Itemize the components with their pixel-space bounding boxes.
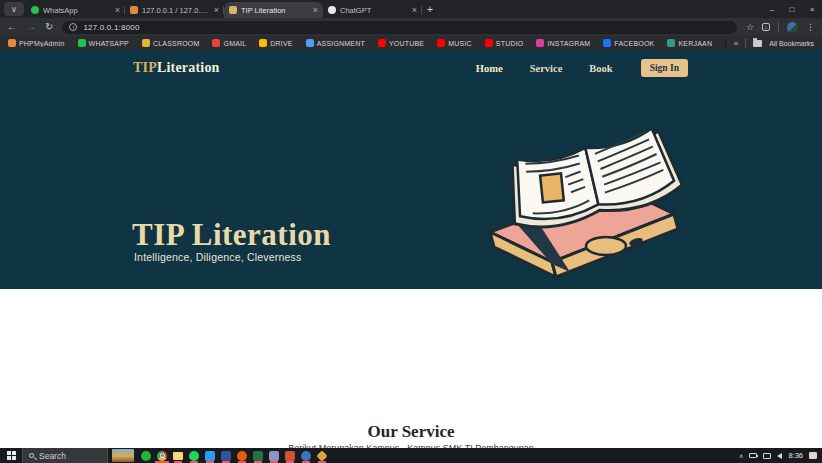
chatgpt-favicon [328,6,336,14]
whatsapp-favicon [31,6,39,14]
hero-subtitle: Intelligence, Diligence, Cleverness [134,251,302,263]
bookmarks-overflow-icon[interactable]: » [734,39,738,48]
close-tab-icon[interactable]: × [214,5,219,15]
tab-title: ChatGPT [340,6,408,15]
nav-service[interactable]: Service [530,63,563,74]
taskbar-vscode-icon[interactable] [202,448,218,463]
logo-rest: Literation [157,60,220,75]
bookmark-whatsapp[interactable]: WHATSAPP [78,39,129,47]
bookmark-favicon [378,39,386,47]
tab-xampp[interactable]: 127.0.0.1 / 127.0.0.1 / perpus |...× [125,2,224,18]
bookmark-label: CLASSROOM [153,40,200,47]
maximize-icon[interactable]: □ [782,0,802,18]
taskbar-edge-icon[interactable] [298,448,314,463]
taskbar-discord-icon[interactable] [266,448,282,463]
close-tab-icon[interactable]: × [313,5,318,15]
bookmark-favicon [536,39,544,47]
taskbar-firefox-icon[interactable] [234,448,250,463]
browser-toolbar: ← → ↻ i 127.0.0.1:8000 ☆ ↓ ⋮ [0,18,822,36]
close-tab-icon[interactable]: × [115,5,120,15]
network-icon[interactable] [763,453,771,459]
discord-glyph [269,451,279,461]
site-header: TIPLiteration HomeServiceBook Sign In [133,56,688,80]
bookmark-favicon [485,39,493,47]
bookmark-favicon [212,39,220,47]
taskbar-chrome-icon[interactable] [154,448,170,463]
tab-site[interactable]: TIP Literation× [224,2,323,18]
taskbar-sublime-icon[interactable] [314,448,330,463]
windows-taskbar: Search ∧ 8:36 [0,448,822,463]
bookmark-twitter[interactable]: TWITTER [725,39,726,47]
taskbar-clock[interactable]: 8:36 [788,451,803,460]
widgets-thumbnail[interactable] [112,449,134,462]
taskbar-search[interactable]: Search [22,448,108,463]
bookmark-youtube[interactable]: YOUTUBE [378,39,424,47]
install-app-icon[interactable]: ↓ [762,23,770,31]
tab-chatgpt[interactable]: ChatGPT× [323,2,422,18]
bookmarks-right: » All Bookmarks [734,38,814,48]
site-logo[interactable]: TIPLiteration [133,60,220,76]
address-bar[interactable]: i 127.0.0.1:8000 [62,21,737,34]
bookmark-studio[interactable]: STUDIO [485,39,524,47]
bookmark-facebook[interactable]: FACEBOOK [603,39,654,47]
profile-avatar[interactable] [787,22,798,33]
new-tab-button[interactable]: + [422,1,438,17]
bookmark-drive[interactable]: DRIVE [259,39,292,47]
tab-title: TIP Literation [241,6,309,15]
hidden-icons-chevron[interactable]: ∧ [739,453,743,459]
excel-glyph [253,451,263,461]
bookmarks-bar: PHPMyAdminWHATSAPPCLASSROOMGMAILDRIVEASS… [0,36,822,50]
taskbar-spotify-icon[interactable] [186,448,202,463]
taskbar-excel-icon[interactable] [250,448,266,463]
whatsapp-glyph [141,451,151,461]
nav-home[interactable]: Home [476,63,503,74]
spotify-glyph [189,451,199,461]
tab-search-button[interactable]: ∨ [4,2,24,16]
bookmark-favicon [8,39,16,47]
hero-section: TIPLiteration HomeServiceBook Sign In TI… [0,50,822,289]
all-bookmarks-label[interactable]: All Bookmarks [769,40,814,47]
bookmark-label: STUDIO [496,40,524,47]
bookmark-favicon [667,39,675,47]
taskbar-file-explorer-icon[interactable] [170,448,186,463]
minimize-icon[interactable]: – [762,0,782,18]
close-tab-icon[interactable]: × [412,5,417,15]
reload-icon[interactable]: ↻ [45,22,53,32]
sign-in-button[interactable]: Sign In [641,59,688,77]
sublime-glyph [316,450,327,461]
bookmark-label: MUSIC [448,40,472,47]
bookmark-classroom[interactable]: CLASSROOM [142,39,200,47]
volume-icon[interactable] [777,453,782,459]
webpage: TIPLiteration HomeServiceBook Sign In TI… [0,50,822,448]
nav-book[interactable]: Book [589,63,612,74]
battery-icon[interactable] [749,453,757,458]
close-window-icon[interactable]: × [802,0,822,18]
bookmark-favicon [603,39,611,47]
url-text: 127.0.0.1:8000 [83,23,139,32]
file-explorer-glyph [173,452,183,460]
back-icon[interactable]: ← [7,22,17,32]
window-controls: – □ × [762,0,822,18]
start-button[interactable] [0,448,22,463]
bookmark-gmail[interactable]: GMAIL [212,39,246,47]
bookmark-music[interactable]: MUSIC [437,39,472,47]
bookmark-label: ASSIGNMENT [317,40,365,47]
forward-icon[interactable]: → [26,22,36,32]
all-bookmarks-folder-icon [753,40,762,47]
taskbar-whatsapp-icon[interactable] [138,448,154,463]
notification-center-icon[interactable] [809,452,817,459]
bookmark-favicon [725,39,726,47]
search-placeholder: Search [39,451,66,461]
menu-dots-icon[interactable]: ⋮ [806,22,815,32]
bookmark-kerjaan[interactable]: KERJAAN [667,39,712,47]
logo-accent: TIP [133,60,157,75]
bookmark-star-icon[interactable]: ☆ [746,23,754,32]
tab-whatsapp[interactable]: WhatsApp× [26,2,125,18]
toolbar-actions: ☆ ↓ ⋮ [746,22,815,33]
bookmark-instagram[interactable]: INSTAGRAM [536,39,590,47]
taskbar-word-icon[interactable] [218,448,234,463]
site-info-icon[interactable]: i [69,23,77,31]
taskbar-powerpoint-icon[interactable] [282,448,298,463]
bookmark-assignment[interactable]: ASSIGNMENT [306,39,365,47]
bookmark-phpmyadmin[interactable]: PHPMyAdmin [8,39,65,47]
